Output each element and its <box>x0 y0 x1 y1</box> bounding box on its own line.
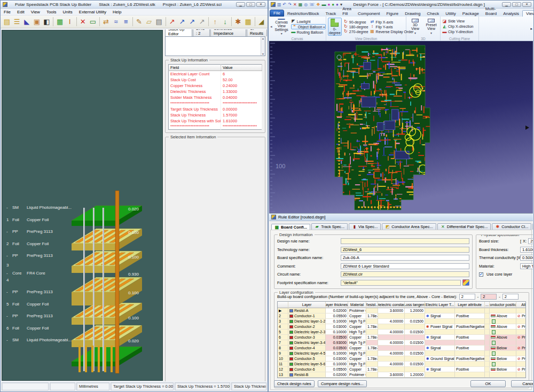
menu-units[interactable]: Units <box>60 10 76 14</box>
tab-ci-results[interactable]: CI Results <box>247 29 267 36</box>
undo-icon[interactable]: ↶ <box>283 2 287 7</box>
board-specification-name-field[interactable]: Zuk-06-A <box>341 255 469 261</box>
layer-row-conductor-4[interactable]: 8Conductor-40.03500Copper1.78e-08✱Signal… <box>278 346 526 351</box>
add-dielectric-icon[interactable]: ▦ <box>55 17 65 27</box>
zoom-icon[interactable]: ◎ <box>304 2 308 7</box>
menu-edit[interactable]: Edit <box>14 10 28 14</box>
column-header-material[interactable]: Material <box>348 302 366 308</box>
compare-design-rules-button[interactable]: Compare design rules... <box>318 380 367 387</box>
layer-row-dielectric-layer-4-5[interactable]: 9Dielectric layer-4-50.10000High Tg FR44… <box>278 351 526 356</box>
stackup-info-row[interactable]: ****************************************… <box>169 100 262 106</box>
stackup-notes-box[interactable]: ▲▼ <box>165 36 265 56</box>
rule-tab-conductor-cl[interactable]: ✱Conductor Cl... <box>492 223 531 230</box>
balloon-icon[interactable]: ❖ <box>316 2 320 7</box>
layer-row-resist-b[interactable]: 13Resist-B0.02000Probimer 653.600001.200… <box>278 372 526 378</box>
column-header-loss-tangent[interactable]: Loss tangent <box>405 302 425 308</box>
impedance-3-icon[interactable]: ↗ <box>187 17 197 27</box>
contrast-icon[interactable]: ◧ <box>42 17 52 27</box>
layer-row-dielectric-layer-1-2[interactable]: 3Dielectric layer-1-20.10000High Tg FR44… <box>278 319 526 324</box>
notes-icon[interactable]: ✎ <box>135 17 144 27</box>
rectangle-icon[interactable]: ▭ <box>88 17 98 27</box>
canvas-view-settings-button[interactable]: Canvas View Settings ▾ <box>274 18 289 36</box>
side-view-button[interactable]: ◪Side View <box>442 19 473 23</box>
ribbon-tab-multi-board[interactable]: Multi-Board <box>482 6 500 17</box>
comment-field[interactable]: ZDWest 6 Layer Standard <box>341 263 469 269</box>
rule-tab-track-spec[interactable]: ▰Track Spec... <box>311 223 348 230</box>
layer-row-conductor-6[interactable]: 12Conductor-60.05500Copper1.78e-08✱Signa… <box>278 367 526 372</box>
menu-help[interactable]: Help <box>109 10 124 14</box>
layer-row-conductor-1[interactable]: 2Conductor-10.05500Copper1.78e-08✱Signal… <box>278 313 526 319</box>
dot-purple-icon[interactable]: ● <box>336 2 339 7</box>
ribbon-tab-figure[interactable]: Figure <box>383 11 402 17</box>
3d-view-button[interactable]: 3D View▾ <box>408 18 422 36</box>
impedance-4-icon[interactable]: ↗ <box>197 17 207 27</box>
save-icon[interactable]: ▥ <box>277 2 281 7</box>
clip-y-direction-button[interactable]: ▬Clip Y-direction <box>442 30 473 34</box>
contact-icon[interactable]: ☏ <box>309 2 315 7</box>
180-degree-button[interactable]: ↻180-degree <box>343 25 368 29</box>
cancel-button[interactable]: Cancel <box>511 380 533 387</box>
tab-stack-up-editor[interactable]: Stack Up Editor <box>165 29 192 37</box>
ribbon-tab-track[interactable]: Track <box>322 11 339 17</box>
use-core-layer-checkbox[interactable]: ✔ <box>479 272 483 277</box>
impedance-1-icon[interactable]: ↗ <box>167 17 177 27</box>
ribbon-tab-utility[interactable]: Utility <box>442 11 459 17</box>
stackup-info-row[interactable]: Solder Mask Thickness0.04000 <box>169 95 262 100</box>
footprint-specification-name-field[interactable]: "default" <box>341 280 461 286</box>
board-size-x-field[interactable]: 250.00000 <box>528 238 533 244</box>
merge-layers-icon[interactable]: ≈ <box>111 17 121 27</box>
stackup-info-row[interactable]: Target Stack Up Thickness0.00000 <box>169 106 262 112</box>
stackup-info-row[interactable]: Electrical Layer Count6 <box>169 71 262 77</box>
buildup-above-field[interactable]: 2 <box>459 294 475 300</box>
column-header-marker[interactable] <box>278 302 288 308</box>
rule-tab-differential-pair-spec[interactable]: ✕Differential Pair Spec... <box>437 223 491 230</box>
column-header-marker[interactable]: ... <box>485 302 490 308</box>
stackup-info-row[interactable]: Stack Up Thickness1.57000 <box>169 112 262 118</box>
column-header-layer-attribute[interactable]: Layer attribute <box>455 302 485 308</box>
minimize-button[interactable]: ▁ <box>236 2 245 7</box>
close-button[interactable]: ✕ <box>256 2 265 7</box>
column-header-allow-e[interactable]: Allow e... <box>516 302 526 308</box>
ok-button[interactable]: OK <box>470 380 506 387</box>
circuit-name-field[interactable]: ZDWest.cir <box>341 271 469 277</box>
stackup-info-row[interactable]: Dielectric Thickness1.33000 <box>169 89 262 95</box>
layer-row-dielectric-layer-5-6[interactable]: 11Dielectric layer-5-60.10000High Tg FR4… <box>278 362 526 367</box>
dash-icon[interactable]: ▬ <box>321 2 326 7</box>
layer-row-conductor-3[interactable]: 6Conductor-30.03500Copper1.78e-08✱Signal… <box>278 335 526 340</box>
pcb-layout-canvas[interactable]: 100 <box>269 41 533 213</box>
ribbon-tab-component[interactable]: Component <box>355 11 383 17</box>
impedance-2-icon[interactable]: ↗ <box>177 17 187 27</box>
layer-row-resist-a[interactable]: ▶Resist-A0.02000Probimer 653.600001.2000… <box>278 308 526 313</box>
column-header-layer[interactable]: Layer <box>288 302 326 308</box>
menu-view[interactable]: View <box>28 10 43 14</box>
swap-layers-icon[interactable]: ⇄ <box>101 17 111 27</box>
layer-row-dielectric-layer-2-3[interactable]: 5Dielectric layer-2-30.10000High Tg FR44… <box>278 330 526 335</box>
ribbon-tab-package[interactable]: Package <box>459 11 482 17</box>
ribbon-tab-file[interactable]: File <box>270 10 284 17</box>
preset-view-button[interactable]: Preset View▾ <box>424 18 438 36</box>
design-rule-name-field[interactable] <box>341 238 469 244</box>
export-icon[interactable]: ↓ <box>221 17 230 27</box>
via-map-icon[interactable]: ▦ <box>244 17 253 27</box>
minimize-button[interactable]: ▁ <box>502 2 511 7</box>
column-header-dielectric-constant[interactable]: Dielectric constant <box>378 302 405 308</box>
wizard-icon[interactable]: ◣ <box>22 17 32 27</box>
layer-row-conductor-5[interactable]: 10Conductor-50.03000Copper1.78e-08✱Groun… <box>278 356 526 362</box>
footprint-browse-button[interactable] <box>462 279 469 286</box>
buildup-core-field[interactable]: 2 <box>481 294 497 300</box>
add-copper-icon[interactable]: Ⅰ <box>65 17 75 27</box>
print-icon[interactable]: ▤ <box>154 17 164 27</box>
stackup-info-row[interactable]: Stack Up Thickness with Soldermask1.6100… <box>169 118 262 124</box>
ribbon-tab-analysis[interactable]: Analysis <box>500 11 522 17</box>
tab-drc-2[interactable]: DRC : 2 <box>193 29 210 36</box>
delete-icon[interactable]: ✕ <box>78 17 88 27</box>
object-balloon-button[interactable]: ❝Object Balloon ▾ <box>291 24 326 29</box>
maximize-button[interactable]: ▢ <box>246 2 255 7</box>
ribbon-scroll-right[interactable]: ▸ <box>529 27 533 31</box>
ribbon-tab-area-fill[interactable]: Area Fill <box>339 6 355 17</box>
import-icon[interactable]: ↑ <box>210 17 220 27</box>
redo-icon[interactable]: ↷ <box>288 2 292 7</box>
tab-controlled-impedance[interactable]: Controlled Impedance <box>210 29 246 36</box>
column-header-resist[interactable]: Resist... <box>366 302 378 308</box>
zero-degree-button[interactable]: 0-degree <box>328 18 342 36</box>
